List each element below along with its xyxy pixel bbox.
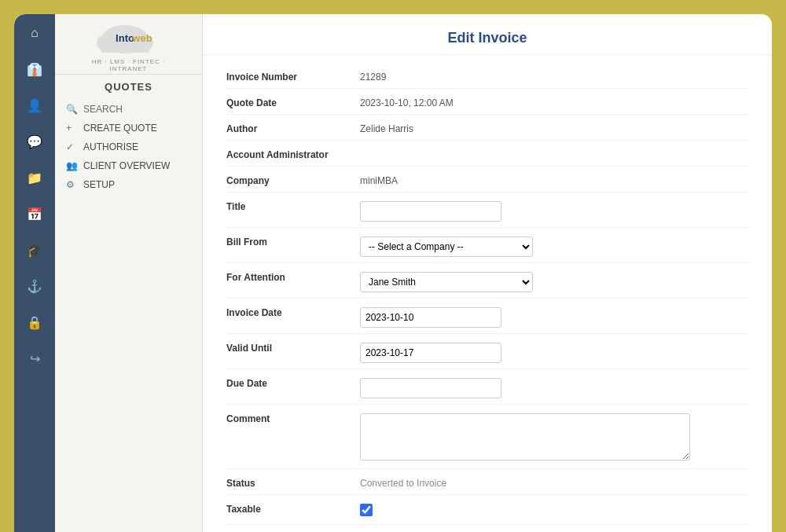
sidebar-item-setup[interactable]: ⚙ SETUP xyxy=(61,176,196,193)
lock-icon[interactable]: 🔒 xyxy=(24,311,46,333)
for-attention-select[interactable]: Jane Smith xyxy=(360,272,533,292)
title-row: Title xyxy=(226,193,748,228)
invoice-number-value: 21289 xyxy=(360,68,748,83)
valid-until-label: Valid Until xyxy=(226,339,360,354)
invoice-number-label: Invoice Number xyxy=(226,68,360,83)
quote-date-value: 2023-10-10, 12:00 AM xyxy=(360,94,748,108)
check-icon: ✓ xyxy=(66,141,79,152)
taxable-label: Taxable xyxy=(226,501,360,515)
invoice-date-label: Invoice Date xyxy=(226,304,360,318)
company-value: miniMBA xyxy=(360,172,748,186)
bill-from-select[interactable]: -- Select a Company -- xyxy=(360,237,533,257)
author-label: Author xyxy=(226,120,360,134)
svg-text:web: web xyxy=(131,32,152,44)
svg-rect-3 xyxy=(101,43,149,53)
inner-container: ⌂ 👔 👤 💬 📁 📅 🎓 ⚓ 🔒 ↪ xyxy=(14,14,772,532)
bill-from-row: Bill From -- Select a Company -- xyxy=(226,228,748,263)
for-attention-field-container: Jane Smith xyxy=(360,269,748,292)
sidebar-item-create-quote-label: CREATE QUOTE xyxy=(83,123,157,134)
author-value: Zelide Harris xyxy=(360,120,748,134)
sidebar: ⌂ 👔 👤 💬 📁 📅 🎓 ⚓ 🔒 ↪ xyxy=(14,14,203,532)
client-icon: 👥 xyxy=(66,160,79,171)
status-row: Status Converted to Invoice xyxy=(226,469,748,495)
sidebar-item-search[interactable]: 🔍 SEARCH xyxy=(61,101,196,118)
status-label: Status xyxy=(226,475,360,489)
taxable-field-container xyxy=(360,501,748,519)
quote-date-row: Quote Date 2023-10-10, 12:00 AM xyxy=(226,89,748,115)
company-row: Company miniMBA xyxy=(226,167,748,193)
anchor-icon[interactable]: ⚓ xyxy=(24,275,46,297)
taxable-checkbox[interactable] xyxy=(360,504,373,516)
title-label: Title xyxy=(226,198,360,212)
exit-icon[interactable]: ↪ xyxy=(24,347,46,369)
company-label: Company xyxy=(226,172,360,186)
due-date-row: Due Date xyxy=(226,369,748,405)
calendar-icon[interactable]: 📅 xyxy=(24,203,46,225)
for-attention-row: For Attention Jane Smith xyxy=(226,263,748,299)
form-area: Invoice Number 21289 Quote Date 2023-10-… xyxy=(203,55,772,532)
due-date-input[interactable] xyxy=(360,378,501,398)
comment-field-container xyxy=(360,410,748,463)
logo-area: Into web HR · LMS · FINTEC · INTRANET xyxy=(55,20,202,75)
search-icon: 🔍 xyxy=(66,104,79,115)
comment-label: Comment xyxy=(226,410,360,424)
sidebar-item-search-label: SEARCH xyxy=(83,104,123,115)
sidebar-item-setup-label: SETUP xyxy=(83,179,115,190)
invoice-date-row: Invoice Date xyxy=(226,299,748,334)
valid-until-field-container xyxy=(360,339,748,363)
quote-date-label: Quote Date xyxy=(226,94,360,108)
sidebar-icon-strip: ⌂ 👔 👤 💬 📁 📅 🎓 ⚓ 🔒 ↪ xyxy=(14,14,55,532)
logo: Into web HR · LMS · FINTEC · INTRANET xyxy=(86,28,172,68)
valid-until-row: Valid Until xyxy=(226,334,748,369)
author-row: Author Zelide Harris xyxy=(226,115,748,141)
valid-until-input[interactable] xyxy=(360,343,501,363)
folder-icon[interactable]: 📁 xyxy=(24,167,46,189)
comment-row: Comment xyxy=(226,405,748,469)
page-header: Edit Invoice xyxy=(203,14,772,55)
status-value: Converted to Invoice xyxy=(360,475,748,489)
account-admin-row: Account Administrator xyxy=(226,141,748,167)
for-attention-label: For Attention xyxy=(226,269,360,283)
sidebar-item-client-overview-label: CLIENT OVERVIEW xyxy=(83,160,170,171)
invoice-number-row: Invoice Number 21289 xyxy=(226,63,748,89)
chat-icon[interactable]: 💬 xyxy=(24,130,46,152)
invoice-date-input[interactable] xyxy=(360,307,501,328)
purchase-order-row: Purchase Order xyxy=(226,525,748,532)
plus-icon: + xyxy=(66,123,79,134)
sidebar-nav: 🔍 SEARCH + CREATE QUOTE ✓ AUTHORISE 👥 CL… xyxy=(55,97,202,196)
bill-from-label: Bill From xyxy=(226,233,360,248)
sidebar-item-client-overview[interactable]: 👥 CLIENT OVERVIEW xyxy=(61,157,196,174)
bill-from-field-container: -- Select a Company -- xyxy=(360,233,748,257)
logo-subtitle: HR · LMS · FINTEC · INTRANET xyxy=(86,58,172,72)
invoice-date-field-container xyxy=(360,304,748,328)
main-content: Edit Invoice Invoice Number 21289 Quote … xyxy=(203,14,772,532)
page-title: Edit Invoice xyxy=(219,30,756,46)
due-date-label: Due Date xyxy=(226,375,360,389)
account-admin-label: Account Administrator xyxy=(226,146,360,160)
account-admin-value xyxy=(360,146,748,149)
home-icon[interactable]: ⌂ xyxy=(24,22,46,44)
sidebar-content: Into web HR · LMS · FINTEC · INTRANET QU… xyxy=(55,14,202,203)
comment-textarea[interactable] xyxy=(360,413,690,460)
title-input[interactable] xyxy=(360,201,501,222)
logo-svg: Into web xyxy=(86,24,164,59)
title-field-container xyxy=(360,198,748,222)
due-date-field-container xyxy=(360,375,748,398)
graduation-icon[interactable]: 🎓 xyxy=(24,239,46,261)
section-title: QUOTES xyxy=(55,75,202,97)
sidebar-item-authorise-label: AUTHORISE xyxy=(83,141,138,152)
taxable-row: Taxable xyxy=(226,495,748,525)
briefcase-icon[interactable]: 👔 xyxy=(24,58,46,80)
outer-container: ⌂ 👔 👤 💬 📁 📅 🎓 ⚓ 🔒 ↪ xyxy=(8,8,778,532)
sidebar-item-authorise[interactable]: ✓ AUTHORISE xyxy=(61,138,196,156)
sidebar-item-create-quote[interactable]: + CREATE QUOTE xyxy=(61,119,196,137)
people-icon[interactable]: 👤 xyxy=(24,94,46,116)
gear-icon: ⚙ xyxy=(66,179,79,190)
